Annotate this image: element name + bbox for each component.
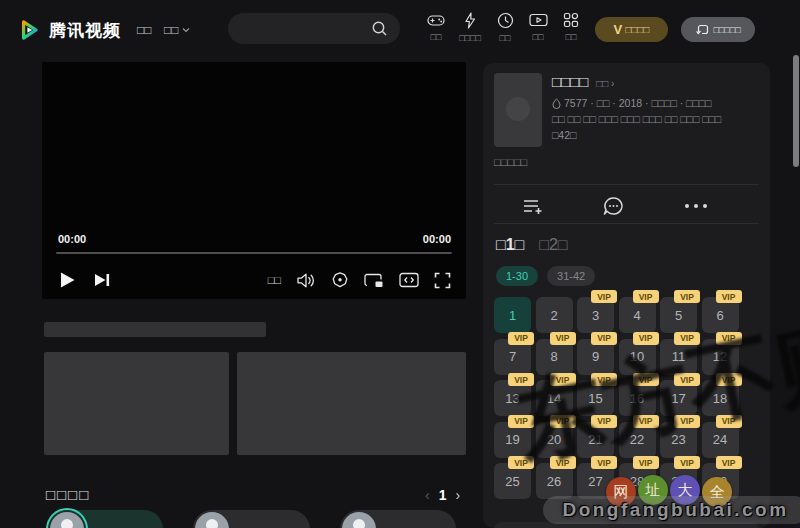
episode-cell-30[interactable]: 30VIP bbox=[702, 463, 739, 499]
episode-cell-24[interactable]: 24VIP bbox=[702, 422, 739, 458]
episode-cell-14[interactable]: 14VIP bbox=[536, 380, 573, 416]
avatar bbox=[195, 512, 229, 528]
video-card-placeholder[interactable] bbox=[237, 352, 466, 455]
episode-number: 2 bbox=[550, 308, 557, 323]
episode-cell-1[interactable]: 1 bbox=[494, 297, 531, 333]
range-31-42[interactable]: 31-42 bbox=[547, 266, 595, 286]
series-title: □□□□ bbox=[552, 73, 588, 90]
quicklink-apps[interactable]: □□ bbox=[551, 12, 591, 42]
nav-home[interactable]: □□ bbox=[137, 23, 152, 37]
web-fullscreen-icon[interactable] bbox=[399, 272, 419, 288]
next-episode-button[interactable] bbox=[93, 271, 112, 289]
settings-gear-icon[interactable] bbox=[331, 271, 349, 289]
play-button[interactable] bbox=[59, 271, 76, 289]
episode-cell-3[interactable]: 3VIP bbox=[577, 297, 614, 333]
video-player[interactable]: 00:00 00:00 □□ bbox=[42, 62, 466, 299]
episode-cell-16[interactable]: 16VIP bbox=[619, 380, 656, 416]
fullscreen-icon[interactable] bbox=[434, 272, 451, 289]
episode-cell-10[interactable]: 10VIP bbox=[619, 339, 656, 375]
poster-thumbnail[interactable] bbox=[494, 73, 542, 147]
scrollbar-thumb[interactable] bbox=[793, 55, 799, 167]
search-icon[interactable] bbox=[371, 20, 388, 37]
episode-number: 28 bbox=[630, 474, 644, 489]
star-pill[interactable] bbox=[48, 510, 163, 528]
range-1-30[interactable]: 1-30 bbox=[496, 266, 538, 286]
tab-season-2[interactable]: □2□ bbox=[539, 236, 567, 254]
episode-cell-25[interactable]: 25VIP bbox=[494, 463, 531, 499]
nav-channels[interactable]: □□ bbox=[164, 23, 190, 37]
episode-cell-28[interactable]: 28VIP bbox=[619, 463, 656, 499]
episode-cell-6[interactable]: 6VIP bbox=[702, 297, 739, 333]
tab-season-1[interactable]: □1□ bbox=[496, 236, 524, 254]
vip-v-label: V bbox=[614, 22, 623, 37]
switch-icon bbox=[695, 23, 709, 36]
vip-badge: VIP bbox=[674, 290, 700, 303]
divider bbox=[494, 223, 759, 224]
episode-cell-4[interactable]: 4VIP bbox=[619, 297, 656, 333]
search-input[interactable] bbox=[228, 13, 400, 44]
episode-cell-11[interactable]: 11VIP bbox=[660, 339, 697, 375]
video-card-placeholder[interactable] bbox=[44, 352, 229, 455]
episode-cell-12[interactable]: 12VIP bbox=[702, 339, 739, 375]
episode-cell-5[interactable]: 5VIP bbox=[660, 297, 697, 333]
vip-badge: VIP bbox=[591, 373, 617, 386]
gamepad-icon bbox=[427, 12, 445, 28]
star-pill[interactable] bbox=[340, 510, 456, 528]
episode-cell-20[interactable]: 20VIP bbox=[536, 422, 573, 458]
hot-icon bbox=[552, 98, 561, 109]
episode-cell-22[interactable]: 22VIP bbox=[619, 422, 656, 458]
episode-cell-9[interactable]: 9VIP bbox=[577, 339, 614, 375]
episode-cell-17[interactable]: 17VIP bbox=[660, 380, 697, 416]
episode-cell-18[interactable]: 18VIP bbox=[702, 380, 739, 416]
vip-badge: VIP bbox=[591, 456, 617, 469]
vip-badge: VIP bbox=[633, 415, 659, 428]
series-actors: □□ □□ □□ □□□ □□□ □□□ □□ □□□ □□□ bbox=[552, 113, 721, 125]
detail-link[interactable]: □□ › bbox=[596, 78, 614, 89]
episode-cell-29[interactable]: 29VIP bbox=[660, 463, 697, 499]
switch-version-button[interactable]: □□□□□ bbox=[681, 17, 755, 42]
volume-icon[interactable] bbox=[296, 272, 316, 289]
vip-badge: VIP bbox=[674, 415, 700, 428]
episode-cell-23[interactable]: 23VIP bbox=[660, 422, 697, 458]
episode-cell-26[interactable]: 26VIP bbox=[536, 463, 573, 499]
episode-cell-8[interactable]: 8VIP bbox=[536, 339, 573, 375]
progress-bar[interactable] bbox=[56, 252, 452, 254]
episode-number: 15 bbox=[588, 391, 602, 406]
vip-badge: VIP bbox=[550, 373, 576, 386]
episode-number: 20 bbox=[547, 432, 561, 447]
star-pill[interactable] bbox=[193, 510, 310, 528]
episode-number: 13 bbox=[505, 391, 519, 406]
next-section-card bbox=[494, 522, 759, 528]
lightning-icon bbox=[463, 12, 477, 29]
episode-cell-15[interactable]: 15VIP bbox=[577, 380, 614, 416]
more-options-button[interactable] bbox=[684, 203, 708, 209]
series-meta: 7577 · □□ · 2018 · □□□□ · □□□□ bbox=[552, 97, 721, 109]
prev-page-button[interactable]: ‹ bbox=[425, 487, 430, 503]
episode-number: 16 bbox=[630, 391, 644, 406]
add-to-list-button[interactable] bbox=[522, 197, 544, 217]
vip-badge: VIP bbox=[591, 415, 617, 428]
episode-select-label[interactable]: □□ bbox=[268, 274, 281, 286]
vip-badge: VIP bbox=[674, 456, 700, 469]
vip-badge: VIP bbox=[633, 290, 659, 303]
open-vip-button[interactable]: V □□□□ bbox=[595, 17, 668, 42]
next-page-button[interactable]: › bbox=[455, 487, 460, 503]
episode-cell-27[interactable]: 27VIP bbox=[577, 463, 614, 499]
switch-button-label: □□□□□ bbox=[713, 25, 740, 35]
pip-icon[interactable] bbox=[364, 272, 384, 289]
page-number: 1 bbox=[439, 487, 447, 503]
episode-grid: 123VIP4VIP5VIP6VIP7VIP8VIP9VIP10VIP11VIP… bbox=[494, 297, 739, 499]
episode-cell-21[interactable]: 21VIP bbox=[577, 422, 614, 458]
app-logo[interactable]: 腾讯视频 bbox=[16, 17, 121, 43]
comments-button[interactable] bbox=[602, 196, 625, 217]
series-meta-text: 7577 · □□ · 2018 · □□□□ · □□□□ bbox=[564, 97, 711, 109]
episode-number: 10 bbox=[630, 349, 644, 364]
episode-cell-19[interactable]: 19VIP bbox=[494, 422, 531, 458]
episode-cell-13[interactable]: 13VIP bbox=[494, 380, 531, 416]
episode-number: 30 bbox=[713, 474, 727, 489]
episode-cell-7[interactable]: 7VIP bbox=[494, 339, 531, 375]
quicklink-game-label: □□ bbox=[431, 32, 442, 42]
chevron-down-icon bbox=[182, 27, 190, 33]
episode-cell-2[interactable]: 2 bbox=[536, 297, 573, 333]
episode-number: 4 bbox=[633, 308, 640, 323]
